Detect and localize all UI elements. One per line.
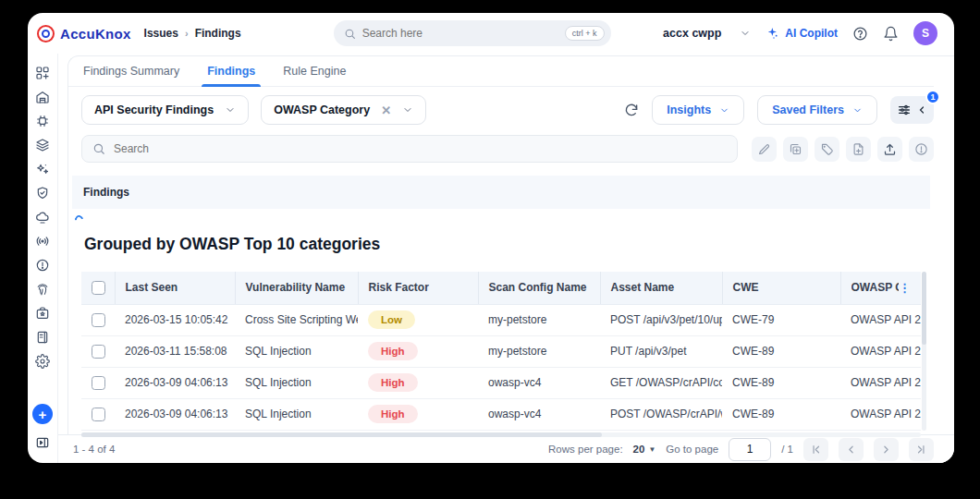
tag-button[interactable] — [815, 137, 839, 162]
page-total: / 1 — [781, 444, 793, 455]
info-button[interactable] — [909, 137, 934, 162]
saved-filters-button[interactable]: Saved Filters — [757, 95, 877, 125]
risk-badge: Low — [368, 310, 415, 329]
sparkle-icon — [766, 26, 780, 41]
last-page-icon — [915, 444, 927, 456]
bug-chip-icon[interactable] — [32, 111, 53, 131]
create-ticket-button[interactable] — [846, 137, 871, 162]
notifications-button[interactable] — [883, 26, 899, 42]
export-button[interactable] — [877, 137, 902, 162]
toolbox-icon[interactable] — [32, 303, 53, 323]
breadcrumb-findings[interactable]: Findings — [195, 27, 241, 40]
notebook-icon[interactable] — [32, 327, 53, 347]
owasp-category-select[interactable]: OWASP Category ✕ — [261, 95, 426, 125]
tab-findings-summary[interactable]: Findings Summary — [83, 56, 179, 86]
table-search-input[interactable] — [114, 142, 727, 155]
global-search[interactable]: ctrl + k — [334, 20, 611, 46]
table-search[interactable] — [81, 135, 738, 163]
search-icon — [344, 28, 356, 40]
col-cwe[interactable]: CWE — [722, 272, 840, 304]
cell-vulnerability-name: SQL Injection — [235, 398, 358, 430]
tab-rule-engine[interactable]: Rule Engine — [283, 56, 346, 86]
settings-gear-icon[interactable] — [32, 351, 53, 371]
table-row[interactable]: 2026-03-11 15:58:08 SQL Injection High m… — [81, 335, 921, 367]
findings-type-select[interactable]: API Security Findings — [81, 95, 249, 125]
previous-page-button[interactable] — [839, 438, 864, 461]
layers-icon[interactable] — [32, 135, 53, 155]
table-row[interactable]: 2026-03-09 04:06:13 SQL Injection High o… — [81, 367, 921, 398]
rows-per-page-select[interactable]: 20 ▼ — [633, 444, 656, 455]
cell-scan-config: owasp-vc4 — [478, 398, 600, 430]
horizontal-scrollbar[interactable] — [81, 432, 921, 437]
ai-copilot-button[interactable]: AI Copilot — [766, 26, 838, 41]
column-menu-icon[interactable]: ⋮ — [899, 281, 911, 295]
cell-asset-name: POST /OWASP/crAPI/worksho — [600, 398, 722, 430]
tab-findings[interactable]: Findings — [207, 56, 255, 86]
risk-badge: High — [368, 373, 418, 392]
brand-name: AccuKnox — [60, 26, 131, 42]
table-row[interactable]: 2026-03-15 10:05:42 Cross Site Scripting… — [81, 304, 921, 335]
alert-seal-icon[interactable] — [32, 255, 53, 275]
inventory-home-icon[interactable] — [32, 87, 53, 107]
shield-check-icon[interactable] — [32, 183, 53, 203]
col-risk-factor[interactable]: Risk Factor — [358, 272, 478, 304]
cell-asset-name: GET /OWASP/crAPI/communi — [600, 367, 722, 398]
global-search-input[interactable] — [362, 27, 558, 40]
findings-table: Last Seen Vulnerability Name Risk Factor… — [81, 272, 921, 431]
refresh-button[interactable] — [624, 103, 639, 117]
last-page-button[interactable] — [909, 438, 934, 461]
insights-button[interactable]: Insights — [652, 95, 744, 125]
help-button[interactable] — [852, 26, 868, 42]
expand-panel-icon[interactable] — [35, 435, 50, 454]
chevron-down-icon — [740, 28, 751, 39]
cell-cwe: CWE-89 — [722, 367, 840, 398]
breadcrumb-issues[interactable]: Issues — [144, 27, 178, 40]
cloud-icon[interactable] — [32, 207, 53, 227]
findings-type-value: API Security Findings — [94, 103, 214, 116]
brand-logo[interactable]: AccuKnox — [37, 25, 131, 43]
row-checkbox[interactable] — [92, 313, 105, 327]
signal-icon[interactable] — [32, 231, 53, 251]
tenant-selector[interactable]: accx cwpp — [663, 27, 751, 40]
chevron-down-icon — [225, 104, 236, 116]
sparkles-icon[interactable] — [32, 159, 53, 179]
sliders-icon — [897, 103, 912, 117]
next-page-button[interactable] — [874, 438, 899, 461]
user-avatar[interactable]: S — [913, 21, 937, 45]
row-checkbox[interactable] — [92, 345, 105, 359]
group-button[interactable] — [783, 137, 808, 162]
col-vulnerability-name[interactable]: Vulnerability Name — [235, 272, 358, 304]
chevron-left-icon — [916, 104, 927, 116]
col-scan-config-name[interactable]: Scan Config Name — [478, 272, 600, 304]
select-all-checkbox[interactable] — [92, 281, 105, 295]
app-window: AccuKnox Issues › Findings ctrl + k accx… — [28, 13, 954, 463]
cell-vulnerability-name: Cross Site Scripting Weakness — [235, 304, 358, 335]
rows-per-page-value: 20 — [633, 444, 645, 455]
filters-row: API Security Findings OWASP Category ✕ — [68, 87, 934, 133]
table-row[interactable]: 2026-03-09 04:06:13 SQL Injection High o… — [81, 398, 921, 430]
risk-badge: High — [368, 405, 418, 423]
keyboard-shortcut-badge: ctrl + k — [565, 26, 605, 41]
help-icon — [852, 26, 868, 42]
close-icon[interactable]: ✕ — [381, 104, 391, 116]
saved-filters-label: Saved Filters — [772, 103, 844, 116]
first-page-button[interactable] — [803, 438, 828, 461]
add-button[interactable]: + — [32, 404, 53, 424]
fingerprint-icon[interactable] — [32, 279, 53, 299]
filter-settings-button[interactable]: 1 — [890, 96, 934, 124]
vertical-scrollbar[interactable] — [922, 272, 926, 431]
side-nav: + — [28, 54, 58, 463]
col-owasp-category[interactable]: OWASP Category — [851, 281, 900, 294]
col-last-seen[interactable]: Last Seen — [115, 272, 235, 304]
dashboard-widgets-icon[interactable] — [32, 63, 53, 83]
edit-button[interactable] — [752, 137, 777, 162]
row-checkbox[interactable] — [92, 376, 105, 390]
cell-scan-config: my-petstore — [478, 335, 600, 367]
filter-count-badge: 1 — [925, 90, 940, 104]
chevron-down-icon — [719, 105, 729, 116]
cell-scan-config: my-petstore — [478, 304, 600, 335]
row-checkbox[interactable] — [92, 408, 105, 421]
findings-card: Grouped by OWASP Top 10 categories Last … — [68, 209, 934, 434]
col-asset-name[interactable]: Asset Name — [600, 272, 722, 304]
page-number-input[interactable] — [729, 438, 771, 461]
